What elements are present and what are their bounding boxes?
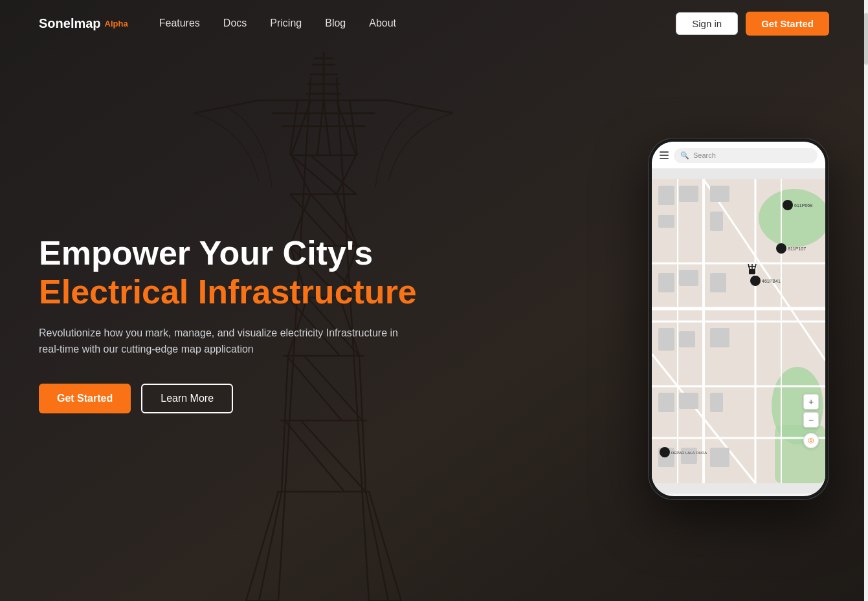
svg-rect-78 [710, 212, 723, 231]
phone-search-bar[interactable]: 🔍 Search [674, 148, 818, 163]
navbar: Sonelmap Alpha Features Docs Pricing Blo… [0, 0, 868, 47]
svg-rect-85 [658, 393, 674, 412]
hero-title-white: Empower Your City's [39, 234, 373, 272]
svg-rect-75 [679, 186, 698, 202]
hero-title-orange: Electrical Infrastructure [39, 273, 417, 312]
phone-search-icon: 🔍 [680, 151, 689, 160]
svg-rect-100 [749, 269, 755, 274]
nav-link-features[interactable]: Features [159, 17, 200, 29]
svg-rect-84 [710, 328, 729, 347]
phone-map: 611P668 811P107 461PB41 [652, 169, 825, 494]
svg-rect-82 [679, 331, 695, 347]
svg-rect-90 [710, 448, 729, 467]
svg-rect-77 [710, 186, 729, 202]
hero-title: Empower Your City's Electrical Infrastru… [39, 234, 417, 312]
nav-link-blog[interactable]: Blog [325, 17, 346, 29]
phone-mockup: 🔍 Search [648, 138, 829, 500]
nav-actions: Sign in Get Started [676, 12, 829, 36]
hero-text-block: Empower Your City's Electrical Infrastru… [39, 234, 417, 413]
nav-brand: Sonelmap Alpha [39, 16, 128, 31]
svg-text:611P668: 611P668 [794, 203, 812, 208]
svg-rect-88 [681, 448, 697, 464]
svg-rect-80 [679, 270, 698, 286]
phone-menu-icon[interactable] [660, 151, 669, 159]
signin-button[interactable]: Sign in [676, 12, 738, 35]
nav-link-about[interactable]: About [369, 17, 396, 29]
hero-getstarted-button[interactable]: Get Started [39, 384, 131, 413]
hero-subtitle: Revolutionize how you mark, manage, and … [39, 325, 414, 358]
map-controls: + − ◎ [803, 394, 819, 448]
svg-rect-86 [679, 393, 698, 409]
brand-badge: Alpha [105, 19, 128, 28]
nav-link-docs[interactable]: Docs [223, 17, 247, 29]
nav-link-pricing[interactable]: Pricing [270, 17, 302, 29]
getstarted-nav-button[interactable]: Get Started [746, 12, 829, 36]
svg-text:811P107: 811P107 [788, 246, 806, 251]
svg-rect-81 [658, 328, 674, 351]
map-svg: 611P668 811P107 461PB41 [652, 169, 825, 494]
svg-rect-79 [658, 273, 674, 292]
phone-outer: 🔍 Search [648, 138, 829, 500]
svg-text:461PB41: 461PB41 [762, 279, 781, 283]
scrollbar-thumb [864, 13, 868, 65]
hero-learnmore-button[interactable]: Learn More [141, 384, 233, 413]
phone-header: 🔍 Search [652, 142, 825, 169]
compass-button[interactable]: ◎ [803, 433, 819, 448]
hero-buttons: Get Started Learn More [39, 384, 417, 413]
zoom-out-button[interactable]: − [803, 412, 819, 428]
brand-name: Sonelmap [39, 16, 101, 31]
scrollbar[interactable] [864, 0, 868, 601]
nav-links: Features Docs Pricing Blog About [159, 17, 676, 29]
svg-text:DEPAR LALA OUDA: DEPAR LALA OUDA [671, 451, 707, 455]
svg-rect-83 [710, 273, 726, 292]
phone-screen: 🔍 Search [652, 142, 825, 496]
zoom-in-button[interactable]: + [803, 394, 819, 410]
svg-rect-74 [658, 186, 674, 205]
svg-rect-76 [658, 215, 674, 228]
phone-search-text: Search [693, 151, 716, 159]
svg-rect-89 [710, 393, 723, 412]
